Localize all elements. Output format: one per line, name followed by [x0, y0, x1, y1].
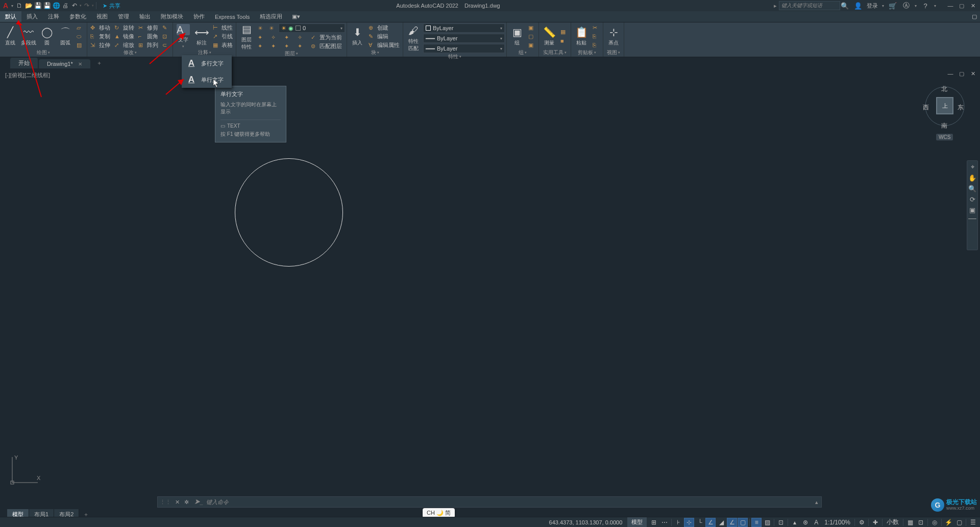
rect-icon[interactable]: ▱ — [75, 24, 85, 32]
rotate-button[interactable]: ↻旋转 — [113, 24, 136, 32]
isodraft-icon[interactable]: ◢ — [716, 518, 726, 527]
file-tab-add-button[interactable]: ＋ — [91, 58, 107, 68]
help-icon[interactable]: ? — [921, 1, 930, 10]
status-model-button[interactable]: 模型 — [627, 517, 647, 527]
infer-icon[interactable]: ⊦ — [673, 518, 683, 527]
tab-output[interactable]: 输出 — [134, 11, 156, 22]
block-create-button[interactable]: ⊕创建 — [367, 24, 401, 32]
user-icon[interactable]: 👤 — [853, 1, 863, 10]
cart-icon[interactable]: 🛒 — [888, 1, 897, 10]
autodesk-app-icon[interactable]: Ⓐ — [901, 1, 911, 10]
layer-i3[interactable]: ✦ — [283, 34, 293, 41]
scale-button[interactable]: ⤢缩放 — [113, 41, 136, 49]
pan-icon[interactable]: ✋ — [968, 174, 976, 182]
panel-layer-label[interactable]: 图层 — [238, 50, 345, 58]
util-i1[interactable]: ▦ — [559, 28, 569, 36]
panel-props-label[interactable]: 特性 — [405, 53, 505, 61]
layer-i6[interactable]: ✦ — [270, 42, 280, 50]
units-display[interactable]: 小数 — [884, 518, 901, 527]
qat-new-icon[interactable]: 🗋 — [15, 2, 23, 10]
stretch-button[interactable]: ⇲拉伸 — [89, 41, 112, 49]
basepoint-button[interactable]: ⊹基点 — [605, 24, 622, 49]
ellipse-icon[interactable]: ⬭ — [75, 33, 85, 40]
viewcube-wcs[interactable]: WCS — [936, 134, 953, 140]
util-i2[interactable]: ■ — [559, 37, 569, 44]
osnap-tracking-icon[interactable]: ∠ — [727, 518, 737, 527]
grid-icon[interactable]: ⊞ — [649, 518, 659, 527]
close-button[interactable]: ✕ — [968, 2, 978, 10]
layer-i7[interactable]: ✦ — [283, 42, 293, 50]
minimize-button[interactable]: — — [945, 2, 955, 10]
clip-i2[interactable]: ⎘ — [591, 33, 601, 40]
quick-props-icon[interactable]: ▦ — [905, 518, 915, 527]
cmd-history-icon[interactable]: ▴ — [812, 499, 821, 506]
layer-i1[interactable]: ✦ — [256, 34, 266, 41]
doc-minimize-button[interactable]: — — [945, 69, 955, 78]
tab-blank[interactable]: ▣▾ — [287, 11, 305, 22]
tab-parametric[interactable]: 参数化 — [64, 11, 91, 22]
isolate-icon[interactable]: ◎ — [929, 518, 940, 527]
qat-redo-icon[interactable]: ↷ — [83, 2, 91, 10]
transparency-icon[interactable]: ▨ — [762, 518, 772, 527]
block-editattr-button[interactable]: ∀编辑属性 — [367, 41, 401, 49]
selection-cycling-icon[interactable]: ⊡ — [776, 518, 786, 527]
panel-group-label[interactable]: 组 — [508, 49, 537, 57]
lineweight-icon[interactable]: ≡ — [751, 518, 762, 527]
scale-display[interactable]: 1:1/100% — [822, 518, 853, 527]
ribbon-collapse-icon[interactable]: ▢ — [972, 11, 980, 22]
app-icon[interactable]: A — [0, 0, 11, 11]
qat-saveas-icon[interactable]: 💾 — [43, 2, 51, 10]
move-button[interactable]: ✥移动 — [89, 24, 112, 32]
layer-combo[interactable]: ☀◉0 — [279, 23, 345, 33]
command-input[interactable]: ⮞_键入命令 — [191, 498, 812, 506]
snapmode-icon[interactable]: ⋯ — [659, 518, 670, 527]
search-icon[interactable]: 🔍 — [840, 1, 849, 10]
drawn-circle[interactable] — [235, 158, 343, 267]
tab-view[interactable]: 视图 — [91, 11, 113, 22]
share-button[interactable]: ➤共享 — [103, 2, 120, 10]
polar-icon[interactable]: ∠ — [705, 518, 716, 527]
qat-undo-icon[interactable]: ↶ — [70, 2, 79, 10]
block-edit-button[interactable]: ✎编辑 — [367, 33, 401, 40]
group-i1[interactable]: ▣ — [527, 24, 537, 32]
leader-button[interactable]: ↗引线 — [211, 33, 234, 40]
workspace-icon[interactable]: ⚙ — [856, 518, 867, 527]
group-button[interactable]: ▣组 — [508, 24, 526, 49]
layer-i4[interactable]: ✧ — [296, 34, 306, 41]
annotation-visibility-icon[interactable]: ⊛ — [800, 518, 811, 527]
tab-collaborate[interactable]: 协作 — [188, 11, 210, 22]
panel-block-label[interactable]: 块 — [349, 49, 401, 57]
clip-i3[interactable]: ⎘ — [591, 41, 601, 49]
ucs-icon[interactable]: X Y — [7, 454, 43, 490]
arc-button[interactable]: ⌒圆弧 — [57, 24, 74, 49]
group-i3[interactable]: ▣ — [527, 41, 537, 49]
qat-plot-icon[interactable]: 🖨 — [61, 2, 69, 10]
dimension-button[interactable]: ⟷标注 — [193, 24, 210, 49]
customize-icon[interactable]: ☰ — [968, 518, 978, 527]
qat-open-icon[interactable]: 📂 — [24, 2, 33, 10]
matchprops-button[interactable]: 🖌特性 匹配 — [405, 26, 422, 51]
osnap-2d-icon[interactable]: ▢ — [738, 518, 748, 527]
paste-button[interactable]: 📋粘贴 — [573, 24, 590, 49]
panel-util-label[interactable]: 实用工具 — [541, 49, 569, 57]
measure-button[interactable]: 📏测量 — [541, 24, 558, 49]
annotation-scale-icon[interactable]: ▴ — [790, 518, 800, 527]
layer-setcurrent-button[interactable]: ✓置为当前 — [309, 34, 344, 41]
color-combo[interactable]: ByLayer — [423, 23, 505, 33]
login-button[interactable]: 登录 — [867, 2, 878, 10]
clean-screen-icon[interactable]: ▢ — [954, 518, 964, 527]
tab-addins[interactable]: 附加模块 — [156, 11, 188, 22]
cmd-close-icon[interactable]: ✕ — [173, 499, 182, 506]
lineweight-combo[interactable]: ━━━ ByLayer — [423, 34, 505, 43]
mirror-button[interactable]: ▲镜像 — [113, 33, 136, 40]
coordinates-display[interactable]: 643.4373, 1103.1307, 0.0000 — [544, 519, 628, 525]
layer-icon-2[interactable]: ☀ — [267, 25, 278, 32]
search-input[interactable]: 键入关键字或短语 — [779, 1, 840, 10]
block-insert-button[interactable]: ⬇插入 — [349, 24, 366, 49]
lock-ui-icon[interactable]: ⊡ — [916, 518, 926, 527]
steering-wheel-icon[interactable]: ⌖ — [971, 163, 974, 171]
hardware-accel-icon[interactable]: ⚡ — [943, 518, 953, 527]
copy-button[interactable]: ⎘复制 — [89, 33, 112, 40]
group-i2[interactable]: ▢ — [527, 33, 537, 40]
layer-i8[interactable]: ✦ — [296, 42, 306, 50]
